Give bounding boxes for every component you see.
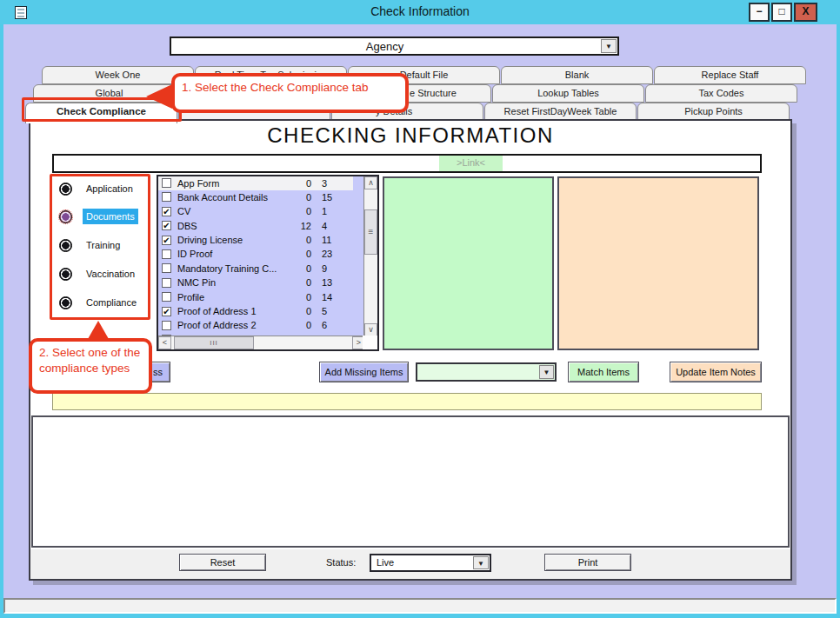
document-row[interactable]: App Form 0 3: [158, 176, 353, 190]
message-strip: [52, 393, 762, 410]
page-title: CHECKING INFORMATION: [29, 123, 792, 148]
document-row[interactable]: ✔ Driving License 0 11: [158, 234, 353, 248]
tab-replace-staff[interactable]: Replace Staff: [654, 66, 806, 84]
item-notes-panel[interactable]: [557, 176, 759, 350]
checkbox[interactable]: [162, 321, 171, 330]
document-row[interactable]: Mandatory Training C... 0 9: [158, 262, 353, 276]
tab-reset-firstdayweek-table[interactable]: Reset FirstDayWeek Table: [484, 103, 637, 121]
document-checklist: App Form 0 3 Bank Account Details 0 15 ✔…: [157, 175, 379, 351]
matched-items-panel[interactable]: [383, 176, 554, 350]
document-row[interactable]: ✔ CV 0 1: [158, 205, 353, 219]
document-row[interactable]: ✔ Proof of Address 1 0 5: [158, 305, 353, 319]
checkbox[interactable]: [162, 263, 171, 273]
maximize-button[interactable]: □: [771, 3, 792, 22]
tab-pickup-points[interactable]: Pickup Points: [637, 103, 790, 121]
horizontal-scrollbar[interactable]: < III >: [158, 336, 365, 349]
vertical-scrollbar[interactable]: ∧ ≡ ∨: [363, 176, 377, 336]
checkbox[interactable]: ✔: [162, 207, 171, 216]
title-bar: Check Information − □ X: [0, 0, 840, 24]
link-label: >Link<: [439, 156, 503, 171]
print-button[interactable]: Print: [544, 554, 631, 571]
document-row[interactable]: Bank Account Details 0 15: [158, 190, 353, 204]
add-missing-items-button[interactable]: Add Missing Items: [319, 362, 409, 382]
items-dropdown[interactable]: ▼: [416, 362, 557, 382]
annotation-arrow-left-icon: [146, 84, 172, 109]
document-row[interactable]: Profile 0 14: [158, 290, 353, 304]
agency-value: Agency: [171, 40, 598, 53]
update-item-notes-button[interactable]: Update Item Notes: [670, 362, 762, 382]
filter-row: [52, 154, 762, 173]
scroll-up-icon[interactable]: ∧: [364, 176, 377, 189]
tab-tax-codes[interactable]: Tax Codes: [645, 84, 797, 103]
horizontal-scroll-thumb[interactable]: III: [174, 336, 254, 349]
status-bar: [3, 598, 837, 614]
checkbox[interactable]: [162, 249, 171, 259]
checkbox[interactable]: ✔: [162, 221, 171, 230]
close-button[interactable]: X: [794, 3, 817, 22]
checkbox[interactable]: [162, 178, 171, 188]
checkbox[interactable]: ✔: [162, 236, 171, 245]
tab-row-1: Week One Real Time Tax Submission Defaul…: [42, 66, 806, 84]
annotation-radio-highlight: [50, 174, 150, 320]
checkbox[interactable]: ✔: [162, 307, 171, 316]
chevron-down-icon[interactable]: ▼: [539, 365, 554, 379]
scrollbar-corner: [363, 336, 377, 349]
scroll-left-icon[interactable]: <: [158, 336, 171, 349]
tab-blank[interactable]: Blank: [501, 66, 653, 84]
status-dropdown[interactable]: Live ▼: [370, 554, 491, 572]
minimize-button[interactable]: −: [749, 3, 770, 22]
scroll-down-icon[interactable]: ∨: [364, 323, 377, 336]
document-row[interactable]: NMC Pin 0 13: [158, 276, 353, 290]
chevron-down-icon[interactable]: ▼: [601, 39, 617, 53]
annotation-arrow-up-icon: [88, 321, 109, 339]
status-value: Live: [377, 557, 394, 568]
tab-lookup-tables[interactable]: Lookup Tables: [492, 84, 644, 103]
match-items-button[interactable]: Match Items: [568, 362, 639, 382]
document-row[interactable]: ID Proof 0 23: [158, 248, 353, 262]
reset-button[interactable]: Reset: [179, 554, 266, 571]
status-label: Status:: [326, 557, 356, 568]
document-row[interactable]: ✔ DBS 12 4: [158, 219, 353, 233]
annotation-step1: 1. Select the Check Compliance tab: [171, 73, 409, 113]
window-title: Check Information: [0, 4, 840, 18]
checkbox[interactable]: [162, 292, 171, 302]
vertical-scroll-thumb[interactable]: ≡: [364, 209, 377, 255]
annotation-step2: 2. Select one of the compliance types: [29, 338, 152, 394]
checkbox[interactable]: [162, 192, 171, 202]
agency-dropdown[interactable]: Agency ▼: [170, 37, 619, 56]
checkbox[interactable]: [162, 278, 171, 288]
chevron-down-icon[interactable]: ▼: [473, 556, 489, 569]
results-box[interactable]: [31, 415, 790, 548]
document-rows: App Form 0 3 Bank Account Details 0 15 ✔…: [158, 176, 353, 336]
document-row[interactable]: Proof of Address 2 0 6: [158, 319, 353, 333]
